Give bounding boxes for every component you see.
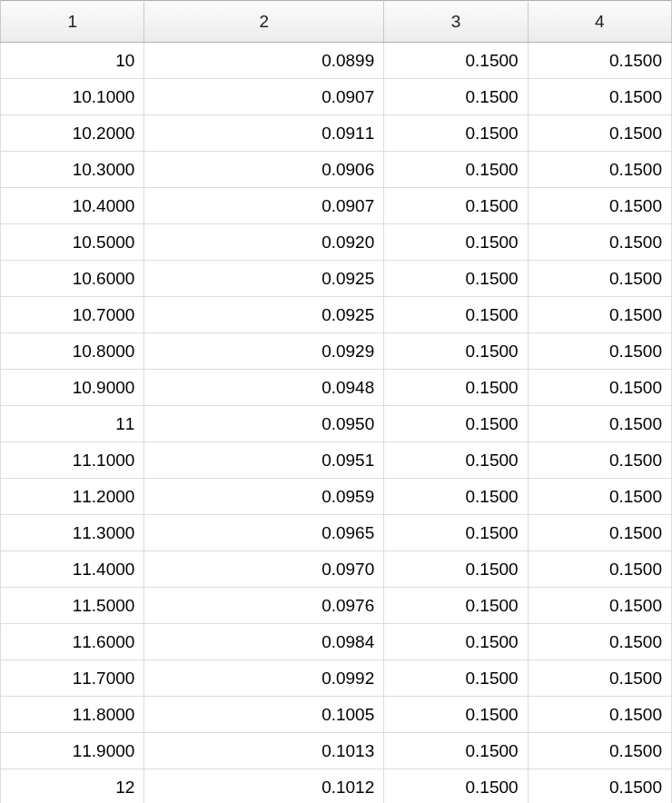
- table-cell[interactable]: 0.1013: [144, 733, 384, 769]
- table-cell[interactable]: 0.1500: [384, 297, 528, 333]
- table-cell[interactable]: 0.0925: [144, 261, 384, 297]
- table-cell[interactable]: 11.2000: [1, 479, 144, 515]
- table-cell[interactable]: 0.0948: [144, 370, 384, 406]
- table-cell[interactable]: 10.1000: [1, 79, 144, 115]
- table-cell[interactable]: 0.1500: [384, 115, 528, 152]
- table-cell[interactable]: 0.1500: [384, 551, 528, 588]
- table-cell[interactable]: 0.1500: [528, 479, 671, 515]
- table-cell[interactable]: 0.1500: [384, 406, 528, 442]
- table-cell[interactable]: 0.1500: [384, 188, 528, 224]
- table-cell[interactable]: 11.5000: [1, 588, 144, 624]
- table-cell[interactable]: 0.0911: [144, 115, 384, 152]
- table-cell[interactable]: 0.1500: [528, 551, 671, 588]
- table-cell[interactable]: 0.1500: [528, 115, 671, 152]
- table-cell[interactable]: 0.1500: [528, 370, 671, 406]
- table-cell[interactable]: 11.3000: [1, 515, 144, 551]
- table-cell[interactable]: 0.1500: [384, 588, 528, 624]
- table-cell[interactable]: 0.1500: [528, 660, 671, 697]
- table-cell[interactable]: 11.7000: [1, 660, 144, 697]
- table-cell[interactable]: 0.1500: [384, 224, 528, 261]
- table-cell[interactable]: 10.4000: [1, 188, 144, 224]
- table-cell[interactable]: 0.0976: [144, 588, 384, 624]
- data-table[interactable]: 1 2 3 4 100.08990.15000.150010.10000.090…: [0, 0, 672, 803]
- table-cell[interactable]: 0.1500: [384, 152, 528, 188]
- table-cell[interactable]: 0.1500: [384, 370, 528, 406]
- table-row: 100.08990.15000.1500: [1, 43, 672, 79]
- table-cell[interactable]: 10.2000: [1, 115, 144, 152]
- table-cell[interactable]: 0.0929: [144, 333, 384, 370]
- table-cell[interactable]: 0.1500: [384, 261, 528, 297]
- table-cell[interactable]: 0.1500: [528, 152, 671, 188]
- table-header-row: 1 2 3 4: [1, 1, 672, 43]
- column-header-4[interactable]: 4: [528, 1, 671, 43]
- table-row: 11.10000.09510.15000.1500: [1, 442, 672, 479]
- table-cell[interactable]: 0.0970: [144, 551, 384, 588]
- table-cell[interactable]: 11: [1, 406, 144, 442]
- table-cell[interactable]: 0.1500: [528, 697, 671, 733]
- table-cell[interactable]: 0.1012: [144, 769, 384, 804]
- table-cell[interactable]: 0.1500: [528, 624, 671, 660]
- table-cell[interactable]: 0.0899: [144, 43, 384, 79]
- table-cell[interactable]: 10.5000: [1, 224, 144, 261]
- table-cell[interactable]: 0.1500: [528, 769, 671, 804]
- table-cell[interactable]: 10.7000: [1, 297, 144, 333]
- table-cell[interactable]: 11.4000: [1, 551, 144, 588]
- table-cell[interactable]: 0.1500: [384, 79, 528, 115]
- table-cell[interactable]: 11.6000: [1, 624, 144, 660]
- table-cell[interactable]: 0.0992: [144, 660, 384, 697]
- table-cell[interactable]: 10.6000: [1, 261, 144, 297]
- table-cell[interactable]: 0.0984: [144, 624, 384, 660]
- table-cell[interactable]: 0.0951: [144, 442, 384, 479]
- table-cell[interactable]: 10.3000: [1, 152, 144, 188]
- table-cell[interactable]: 0.1500: [528, 333, 671, 370]
- table-cell[interactable]: 0.0907: [144, 188, 384, 224]
- table-row: 110.09500.15000.1500: [1, 406, 672, 442]
- table-cell[interactable]: 0.0925: [144, 297, 384, 333]
- table-cell[interactable]: 0.1500: [384, 660, 528, 697]
- table-cell[interactable]: 0.1500: [528, 79, 671, 115]
- table-cell[interactable]: 0.1500: [528, 733, 671, 769]
- column-header-3[interactable]: 3: [384, 1, 528, 43]
- table-cell[interactable]: 0.1500: [384, 624, 528, 660]
- table-cell[interactable]: 0.1500: [528, 406, 671, 442]
- table-cell[interactable]: 0.0950: [144, 406, 384, 442]
- table-cell[interactable]: 0.1500: [384, 43, 528, 79]
- table-cell[interactable]: 0.1500: [384, 697, 528, 733]
- table-cell[interactable]: 10.8000: [1, 333, 144, 370]
- table-row: 11.80000.10050.15000.1500: [1, 697, 672, 733]
- table-cell[interactable]: 0.1500: [528, 588, 671, 624]
- table-cell[interactable]: 0.1500: [528, 442, 671, 479]
- table-row: 120.10120.15000.1500: [1, 769, 672, 804]
- table-cell[interactable]: 0.0907: [144, 79, 384, 115]
- table-cell[interactable]: 11.8000: [1, 697, 144, 733]
- table-cell[interactable]: 0.1500: [384, 442, 528, 479]
- table-cell[interactable]: 10.9000: [1, 370, 144, 406]
- table-cell[interactable]: 0.0965: [144, 515, 384, 551]
- table-cell[interactable]: 0.1500: [528, 43, 671, 79]
- table-cell[interactable]: 0.1500: [384, 515, 528, 551]
- table-cell[interactable]: 0.1005: [144, 697, 384, 733]
- table-cell[interactable]: 0.0920: [144, 224, 384, 261]
- table-cell[interactable]: 11.1000: [1, 442, 144, 479]
- table-cell[interactable]: 0.0959: [144, 479, 384, 515]
- table-row: 11.20000.09590.15000.1500: [1, 479, 672, 515]
- column-header-2[interactable]: 2: [144, 1, 384, 43]
- table-cell[interactable]: 0.1500: [528, 515, 671, 551]
- table-cell[interactable]: 0.1500: [384, 733, 528, 769]
- column-header-1[interactable]: 1: [1, 1, 144, 43]
- table-cell[interactable]: 11.9000: [1, 733, 144, 769]
- table-row: 11.90000.10130.15000.1500: [1, 733, 672, 769]
- table-cell[interactable]: 0.1500: [384, 333, 528, 370]
- table-cell[interactable]: 0.1500: [528, 188, 671, 224]
- table-row: 10.10000.09070.15000.1500: [1, 79, 672, 115]
- table-row: 11.60000.09840.15000.1500: [1, 624, 672, 660]
- table-cell[interactable]: 0.1500: [528, 224, 671, 261]
- table-cell[interactable]: 0.1500: [384, 769, 528, 804]
- table-row: 11.50000.09760.15000.1500: [1, 588, 672, 624]
- table-cell[interactable]: 12: [1, 769, 144, 804]
- table-cell[interactable]: 0.1500: [528, 297, 671, 333]
- table-cell[interactable]: 10: [1, 43, 144, 79]
- table-cell[interactable]: 0.0906: [144, 152, 384, 188]
- table-cell[interactable]: 0.1500: [384, 479, 528, 515]
- table-cell[interactable]: 0.1500: [528, 261, 671, 297]
